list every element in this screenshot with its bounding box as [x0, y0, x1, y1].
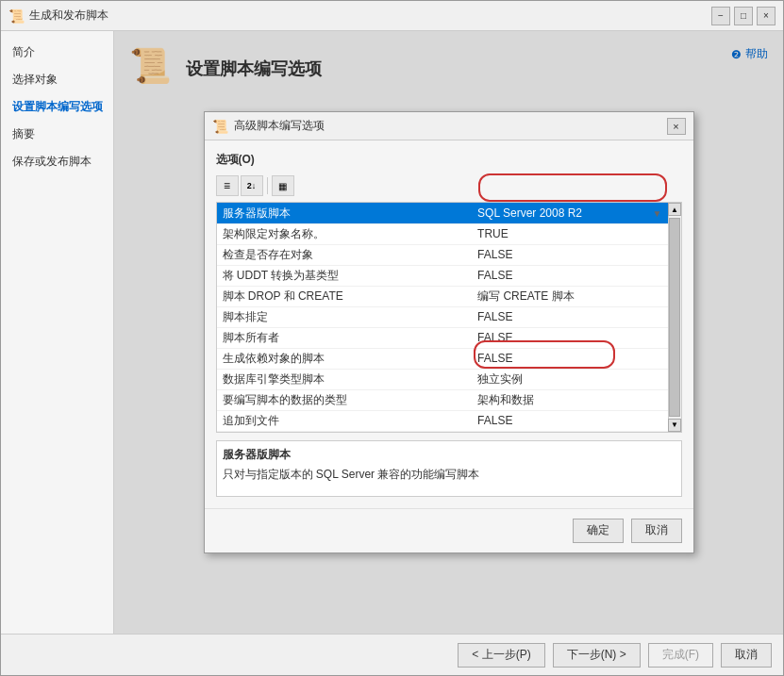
- toolbar-grid-icon[interactable]: ▦: [272, 175, 294, 196]
- toolbar-separator: [267, 177, 268, 194]
- dialog-content: 选项(O) ≡ 2↓ ▦ 服务器版脚本SQL Serve: [205, 140, 693, 508]
- dialog-title: 高级脚本编写选项: [234, 118, 667, 134]
- cancel-button[interactable]: 取消: [631, 519, 682, 543]
- main-cancel-button[interactable]: 取消: [721, 643, 772, 668]
- option-name: 脚本 DROP 和 CREATE: [217, 286, 473, 306]
- option-value: FALSE: [472, 265, 680, 286]
- description-area: 服务器版脚本 只对与指定版本的 SQL Server 兼容的功能编写脚本: [216, 440, 682, 497]
- table-row[interactable]: 脚本排定FALSE: [217, 306, 681, 327]
- table-row[interactable]: 生成依赖对象的脚本FALSE: [217, 348, 681, 369]
- option-value: FALSE: [472, 327, 680, 348]
- desc-text: 只对与指定版本的 SQL Server 兼容的功能编写脚本: [223, 467, 676, 483]
- table-row[interactable]: 追加到文件FALSE: [217, 410, 681, 431]
- option-value: 架构和数据: [472, 389, 680, 410]
- table-row[interactable]: 脚本所有者FALSE: [217, 327, 681, 348]
- advanced-options-dialog: 📜 高级脚本编写选项 × 选项(O) ≡ 2↓ ▦: [204, 111, 694, 553]
- dialog-icon: 📜: [212, 119, 228, 134]
- main-content: ❷ 帮助 📜 设置脚本编写选项 📜 高级脚本编写选项 ×: [114, 31, 783, 634]
- prev-button[interactable]: < 上一步(P): [458, 643, 544, 668]
- desc-title: 服务器版脚本: [223, 447, 676, 463]
- option-value: 独立实例: [472, 369, 680, 389]
- option-name: 脚本排定: [217, 306, 473, 327]
- toolbar-sort-icon[interactable]: 2↓: [241, 175, 263, 196]
- sidebar-item-summary[interactable]: 摘要: [1, 121, 113, 148]
- maximize-button[interactable]: □: [734, 7, 753, 25]
- next-button[interactable]: 下一步(N) >: [553, 643, 641, 668]
- dialog-footer: 确定 取消: [205, 508, 693, 552]
- ok-button[interactable]: 确定: [573, 519, 624, 543]
- option-value: FALSE: [472, 306, 680, 327]
- main-window: 📜 生成和发布脚本 − □ × 简介 选择对象 设置脚本编写选项 摘要 保存或发…: [0, 0, 784, 676]
- dialog-title-bar: 📜 高级脚本编写选项 ×: [205, 112, 693, 140]
- title-bar: 📜 生成和发布脚本 − □ ×: [1, 1, 783, 31]
- scroll-up-button[interactable]: ▲: [668, 203, 681, 216]
- option-value: FALSE: [472, 410, 680, 431]
- options-table: 服务器版脚本SQL Server 2008 R2▼架构限定对象名称。TRUE检查…: [217, 203, 681, 432]
- options-toolbar: ≡ 2↓ ▦: [216, 175, 682, 196]
- option-name: 脚本所有者: [217, 327, 473, 348]
- option-name: 将 UDDT 转换为基类型: [217, 265, 473, 286]
- scroll-thumb[interactable]: [669, 218, 680, 417]
- option-name: 生成依赖对象的脚本: [217, 348, 473, 369]
- option-value[interactable]: SQL Server 2008 R2▼: [472, 203, 680, 223]
- sidebar-item-select[interactable]: 选择对象: [1, 66, 113, 93]
- title-controls: − □ ×: [711, 7, 776, 25]
- table-row[interactable]: 架构限定对象名称。TRUE: [217, 223, 681, 244]
- table-row[interactable]: 要编写脚本的数据的类型架构和数据: [217, 389, 681, 410]
- options-label: 选项(O): [216, 152, 682, 168]
- scrollbar[interactable]: ▲ ▼: [668, 203, 681, 432]
- option-name: 架构限定对象名称。: [217, 223, 473, 244]
- option-value: FALSE: [472, 348, 680, 369]
- toolbar-list-icon[interactable]: ≡: [216, 175, 239, 196]
- table-row[interactable]: 将 UDDT 转换为基类型FALSE: [217, 265, 681, 286]
- finish-button[interactable]: 完成(F): [648, 643, 713, 668]
- sidebar-item-save[interactable]: 保存或发布脚本: [1, 148, 113, 175]
- table-row[interactable]: 检查是否存在对象FALSE: [217, 244, 681, 265]
- bottom-bar: < 上一步(P) 下一步(N) > 完成(F) 取消: [1, 634, 783, 675]
- sidebar-item-settings[interactable]: 设置脚本编写选项: [1, 93, 113, 121]
- option-name: 检查是否存在对象: [217, 244, 473, 265]
- minimize-button[interactable]: −: [711, 7, 730, 25]
- content-area: 简介 选择对象 设置脚本编写选项 摘要 保存或发布脚本 ❷ 帮助: [1, 31, 783, 634]
- scroll-down-button[interactable]: ▼: [668, 419, 681, 432]
- option-name: 数据库引擎类型脚本: [217, 369, 473, 389]
- sidebar: 简介 选择对象 设置脚本编写选项 摘要 保存或发布脚本: [1, 31, 114, 634]
- option-value: FALSE: [472, 244, 680, 265]
- option-value: TRUE: [472, 223, 680, 244]
- window-icon: 📜: [8, 8, 24, 24]
- option-value: 编写 CREATE 脚本: [472, 286, 680, 306]
- window-title: 生成和发布脚本: [29, 8, 711, 24]
- modal-overlay: 📜 高级脚本编写选项 × 选项(O) ≡ 2↓ ▦: [114, 31, 783, 634]
- table-row[interactable]: 脚本 DROP 和 CREATE编写 CREATE 脚本: [217, 286, 681, 306]
- close-button[interactable]: ×: [757, 7, 776, 25]
- sidebar-item-intro[interactable]: 简介: [1, 39, 113, 66]
- dialog-close-button[interactable]: ×: [667, 118, 686, 135]
- option-name: 追加到文件: [217, 410, 473, 431]
- option-name: 要编写脚本的数据的类型: [217, 389, 473, 410]
- options-table-wrapper[interactable]: 服务器版脚本SQL Server 2008 R2▼架构限定对象名称。TRUE检查…: [216, 202, 682, 433]
- table-row[interactable]: 服务器版脚本SQL Server 2008 R2▼: [217, 203, 681, 223]
- table-row[interactable]: 数据库引擎类型脚本独立实例: [217, 369, 681, 389]
- option-name: 服务器版脚本: [217, 203, 473, 223]
